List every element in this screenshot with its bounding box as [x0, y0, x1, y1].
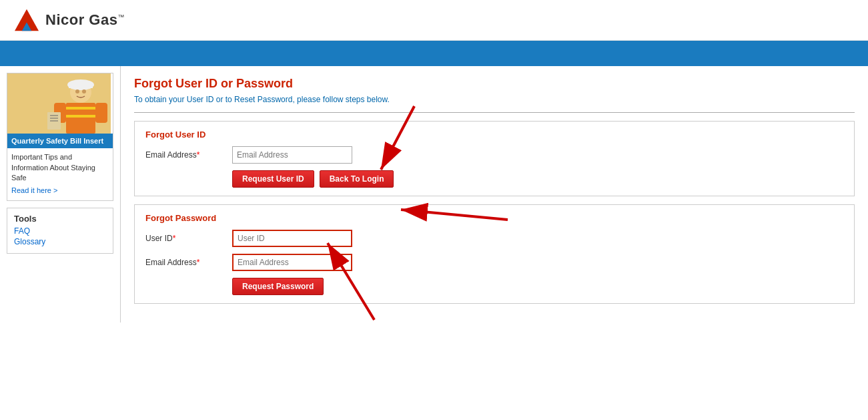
svg-rect-8: [66, 115, 95, 118]
page-subtitle: To obtain your User ID or to Reset Passw…: [134, 95, 855, 104]
sidebar-card: Quarterly Safety Bill Insert Important T…: [7, 73, 113, 201]
svg-point-15: [75, 89, 79, 93]
content-area: Forgot User ID or Password To obtain you…: [120, 66, 868, 323]
back-to-login-button[interactable]: Back To Login: [320, 170, 394, 188]
sidebar-card-body: Important Tips and Information About Sta…: [7, 148, 113, 200]
request-password-button[interactable]: Request Password: [232, 278, 324, 295]
password-btn-row: Request Password: [232, 278, 843, 295]
forgot-userid-section: Forgot User ID Email Address* Request Us…: [134, 121, 855, 196]
worker-svg: [7, 73, 111, 134]
tools-title: Tools: [14, 214, 106, 224]
main-content: Quarterly Safety Bill Insert Important T…: [0, 66, 868, 323]
logo-icon: [13, 8, 40, 32]
forgot-userid-title: Forgot User ID: [145, 130, 843, 140]
forgot-password-section: Forgot Password User ID* Email Address* …: [134, 204, 855, 304]
glossary-link[interactable]: Glossary: [14, 237, 106, 246]
userid-row: User ID*: [145, 230, 843, 247]
sidebar-image: [7, 73, 111, 134]
header: Nicor Gas™: [0, 0, 868, 41]
divider: [134, 112, 855, 113]
faq-link[interactable]: FAQ: [14, 226, 106, 236]
email-row: Email Address*: [145, 146, 843, 164]
userid-label: User ID*: [145, 234, 232, 243]
required-star: *: [197, 258, 200, 267]
svg-rect-5: [69, 85, 93, 88]
blue-banner: [0, 41, 868, 66]
logo-text: Nicor Gas™: [45, 11, 125, 29]
userid-btn-row: Request User ID Back To Login: [232, 170, 843, 188]
password-email-input[interactable]: [232, 254, 352, 271]
sidebar-card-title: Quarterly Safety Bill Insert: [7, 134, 113, 148]
logo-area: Nicor Gas™: [13, 8, 125, 32]
password-email-row: Email Address*: [145, 254, 843, 271]
page-title: Forgot User ID or Password: [134, 77, 855, 91]
svg-point-16: [82, 89, 86, 93]
email-label: Email Address*: [145, 150, 232, 160]
forgot-password-title: Forgot Password: [145, 213, 843, 223]
password-email-label: Email Address*: [145, 258, 232, 267]
required-star: *: [197, 150, 200, 160]
sidebar-tools: Tools FAQ Glossary: [7, 208, 113, 254]
userid-email-input[interactable]: [232, 146, 352, 164]
request-userid-button[interactable]: Request User ID: [232, 170, 314, 188]
read-it-here-link[interactable]: Read it here >: [11, 186, 109, 196]
svg-rect-10: [95, 103, 107, 123]
password-userid-input[interactable]: [232, 230, 352, 247]
sidebar: Quarterly Safety Bill Insert Important T…: [0, 66, 120, 323]
required-star: *: [173, 234, 176, 243]
svg-rect-7: [66, 107, 95, 110]
